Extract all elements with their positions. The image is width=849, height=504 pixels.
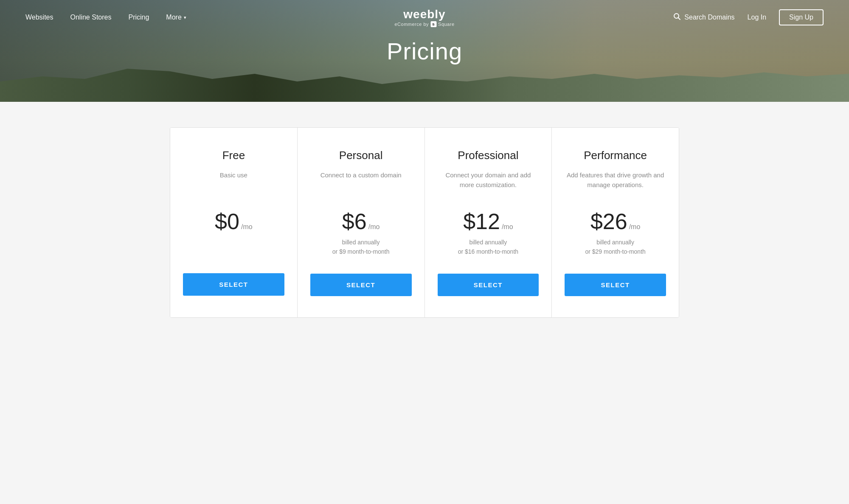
plan-name-performance: Performance [584, 149, 647, 162]
select-button-performance[interactable]: SELECT [565, 274, 666, 296]
pricing-cards-container: Free Basic use $0 /mo SELECT Personal Co… [170, 127, 679, 318]
plan-price-row-personal: $6 /mo [342, 209, 380, 234]
chevron-down-icon: ▾ [184, 15, 186, 20]
plan-name-personal: Personal [339, 149, 383, 162]
nav-link-pricing[interactable]: Pricing [128, 14, 149, 21]
plan-card-free: Free Basic use $0 /mo SELECT [170, 128, 298, 317]
nav-more-dropdown[interactable]: More ▾ [166, 14, 186, 21]
nav-link-websites[interactable]: Websites [25, 14, 53, 21]
navbar: Websites Online Stores Pricing More ▾ we… [0, 0, 849, 35]
select-button-professional[interactable]: SELECT [438, 274, 539, 296]
plan-card-performance: Performance Add features that drive grow… [552, 128, 679, 317]
plan-price-row-professional: $12 /mo [463, 209, 513, 234]
logo-name: weebly [394, 8, 454, 21]
plan-billed-personal: billed annuallyor $9 month-to-month [332, 238, 390, 257]
page-footer [0, 352, 849, 377]
plan-desc-professional: Connect your domain and add more customi… [438, 171, 539, 196]
pricing-section: Free Basic use $0 /mo SELECT Personal Co… [0, 102, 849, 352]
plan-card-personal: Personal Connect to a custom domain $6 /… [298, 128, 425, 317]
hero-title: Pricing [387, 37, 462, 65]
plan-billed-professional: billed annuallyor $16 month-to-month [458, 238, 518, 257]
plan-card-professional: Professional Connect your domain and add… [425, 128, 552, 317]
plan-mo-free: /mo [241, 223, 253, 231]
plan-desc-free: Basic use [220, 171, 247, 196]
nav-right: Search Domains Log In Sign Up [673, 9, 824, 25]
plan-name-professional: Professional [458, 149, 518, 162]
svg-line-1 [678, 18, 680, 20]
plan-price-personal: $6 [342, 209, 367, 234]
logo-sub: eCommerce by S Square [394, 21, 454, 27]
nav-more-label: More [166, 14, 181, 21]
plan-price-performance: $26 [590, 209, 627, 234]
nav-left: Websites Online Stores Pricing More ▾ [25, 14, 186, 21]
search-domains-label: Search Domains [684, 14, 734, 21]
plan-price-row-performance: $26 /mo [590, 209, 640, 234]
plan-price-row-free: $0 /mo [215, 209, 253, 234]
signup-button[interactable]: Sign Up [779, 9, 824, 25]
nav-logo[interactable]: weebly eCommerce by S Square [394, 8, 454, 27]
select-button-personal[interactable]: SELECT [310, 274, 412, 296]
plan-desc-personal: Connect to a custom domain [320, 171, 402, 196]
plan-desc-performance: Add features that drive growth and manag… [565, 171, 666, 196]
plan-mo-professional: /mo [502, 223, 513, 231]
plan-price-free: $0 [215, 209, 239, 234]
plan-billed-performance: billed annuallyor $29 month-to-month [585, 238, 645, 257]
plan-mo-performance: /mo [629, 223, 641, 231]
plan-mo-personal: /mo [368, 223, 380, 231]
nav-link-online-stores[interactable]: Online Stores [70, 14, 112, 21]
search-domains-button[interactable]: Search Domains [673, 13, 734, 22]
select-button-free[interactable]: SELECT [183, 273, 284, 296]
plan-price-professional: $12 [463, 209, 500, 234]
plan-name-free: Free [222, 149, 245, 162]
login-button[interactable]: Log In [748, 14, 766, 21]
search-icon [673, 13, 681, 22]
square-logo-icon: S [430, 21, 436, 27]
